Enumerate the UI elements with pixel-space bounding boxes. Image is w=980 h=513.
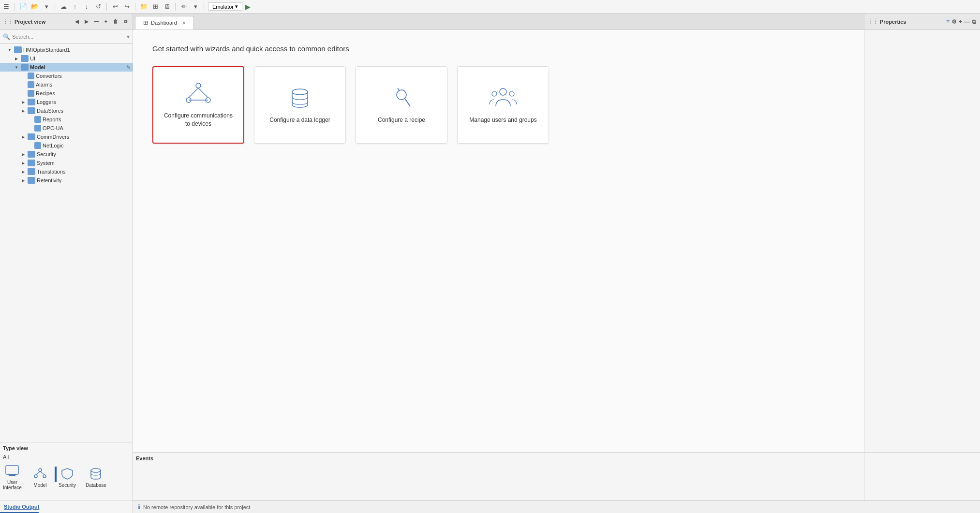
tree-item-opc-ua[interactable]: OPC-UA xyxy=(0,124,133,132)
card-configure-recipe[interactable]: Configure a recipe xyxy=(356,66,447,144)
tree-item-commdrivers[interactable]: CommDrivers xyxy=(0,132,133,141)
tree-arrow-recipes xyxy=(20,90,26,96)
project-tree: HMIOptixStandard1 UI Model ✎ Converters xyxy=(0,44,133,442)
edit-model-icon[interactable]: ✎ xyxy=(126,64,131,71)
refresh-icon[interactable]: ↺ xyxy=(94,2,103,11)
grid-icon[interactable]: ⊞ xyxy=(151,2,160,11)
project-view-title: Project view xyxy=(15,19,45,25)
panel-header-icons: ◀ ▶ — + 🗑 ⧉ xyxy=(73,17,130,26)
tree-label-alarms: Alarms xyxy=(36,82,52,88)
tree-item-ui[interactable]: UI xyxy=(0,54,133,63)
new-icon[interactable]: 📄 xyxy=(19,2,28,11)
tree-item-security[interactable]: Security xyxy=(0,150,133,159)
save-icon[interactable]: ▾ xyxy=(42,2,51,11)
collapse-icon[interactable]: — xyxy=(92,17,101,26)
tree-item-system[interactable]: System xyxy=(0,159,133,167)
nav-back-icon[interactable]: ◀ xyxy=(73,17,81,26)
type-icon-database[interactable]: Database xyxy=(86,467,106,488)
tree-item-model[interactable]: Model ✎ xyxy=(0,63,133,72)
info-icon: ℹ xyxy=(138,503,140,511)
folder-icon-ui xyxy=(21,55,29,62)
dashboard-title: Get started with wizards and quick acces… xyxy=(152,44,845,53)
search-filter-icon[interactable]: ▾ xyxy=(127,33,130,40)
upload-icon[interactable]: ↑ xyxy=(71,2,79,11)
folder-icon-commdrivers xyxy=(28,133,35,140)
folder-icon-datastores xyxy=(28,107,35,114)
tree-label-model: Model xyxy=(30,64,45,70)
tree-label-opc-ua: OPC-UA xyxy=(43,125,63,131)
model-icon-label: Model xyxy=(33,483,46,488)
tree-label-converters: Converters xyxy=(36,73,62,79)
svg-point-4 xyxy=(34,475,37,478)
sidebar: ⋮⋮ Project view ◀ ▶ — + 🗑 ⧉ 🔍 ▾ HMIOpt xyxy=(0,14,133,513)
folder-icon-model xyxy=(21,64,29,71)
tree-item-retentivity[interactable]: Retentivity xyxy=(0,176,133,185)
folder-icon-root xyxy=(14,46,22,53)
prop-add-icon[interactable]: + xyxy=(959,18,962,25)
cards-row: Configure communications to devices xyxy=(152,66,845,144)
project-panel-header: ⋮⋮ Project view ◀ ▶ — + 🗑 ⧉ xyxy=(0,14,133,30)
search-bar: 🔍 ▾ xyxy=(0,30,133,44)
svg-rect-2 xyxy=(8,474,16,475)
monitor-icon[interactable]: 🖥 xyxy=(163,2,171,11)
emulator-label: Emulator xyxy=(212,4,234,10)
tree-item-reports[interactable]: Reports xyxy=(0,115,133,124)
emulator-button[interactable]: Emulator ▾ xyxy=(208,2,242,11)
prop-gear-icon[interactable]: ⚙ xyxy=(951,18,957,25)
search-input[interactable] xyxy=(12,34,125,40)
prop-min-icon[interactable]: — xyxy=(964,18,970,25)
tree-arrow-datastores xyxy=(20,108,26,114)
tab-dashboard-icon: ⊞ xyxy=(143,19,148,26)
redo-icon[interactable]: ↪ xyxy=(122,2,131,11)
tree-item-loggers[interactable]: Loggers xyxy=(0,98,133,106)
play-button[interactable]: ▶ xyxy=(245,3,251,11)
undo-icon[interactable]: ↩ xyxy=(111,2,119,11)
tree-item-root[interactable]: HMIOptixStandard1 xyxy=(0,45,133,54)
menu-icon[interactable]: ☰ xyxy=(2,2,11,11)
studio-output-area: Studio Output xyxy=(0,500,133,513)
folder-icon-loggers xyxy=(28,99,35,105)
delete-icon[interactable]: 🗑 xyxy=(111,17,120,26)
search-icon: 🔍 xyxy=(3,33,10,40)
card-configure-comms[interactable]: Configure communications to devices xyxy=(152,66,244,144)
add-icon[interactable]: + xyxy=(102,17,110,26)
pencil-icon[interactable]: ✏ xyxy=(179,2,188,11)
tree-item-alarms[interactable]: Alarms xyxy=(0,80,133,89)
properties-panel-bottom xyxy=(864,453,980,500)
type-icon-user-interface[interactable]: UserInterface xyxy=(3,464,22,490)
draw-dropdown-icon[interactable]: ▾ xyxy=(191,2,200,11)
prop-detach-icon[interactable]: ⧉ xyxy=(972,18,976,25)
folder-icon-translations xyxy=(28,168,35,175)
type-icon-security-container: Security xyxy=(59,467,76,488)
card-manage-users[interactable]: Manage users and groups xyxy=(457,66,549,144)
svg-line-12 xyxy=(189,88,198,98)
doc-icon-alarms xyxy=(28,81,34,88)
tree-arrow-ui xyxy=(14,56,19,61)
tree-item-converters[interactable]: Converters xyxy=(0,72,133,80)
open-icon[interactable]: 📂 xyxy=(30,2,39,11)
tree-item-recipes[interactable]: Recipes xyxy=(0,89,133,98)
prop-list-icon[interactable]: ≡ xyxy=(946,18,950,25)
doc-icon-recipes xyxy=(28,90,34,97)
tree-label-retentivity: Retentivity xyxy=(37,177,61,183)
logger-card-icon xyxy=(285,86,314,110)
card-configure-logger[interactable]: Configure a data logger xyxy=(254,66,346,144)
studio-output-tab[interactable]: Studio Output xyxy=(0,500,133,513)
download-icon[interactable]: ↓ xyxy=(82,2,91,11)
dashboard-panel: Get started with wizards and quick acces… xyxy=(133,30,864,452)
type-view-icons: UserInterface Model xyxy=(3,464,130,490)
tree-item-netlogic[interactable]: NetLogic xyxy=(0,141,133,150)
cloud-icon[interactable]: ☁ xyxy=(59,2,68,11)
events-section: Events xyxy=(133,453,864,500)
folder-open-icon[interactable]: 📁 xyxy=(139,2,148,11)
detach-icon[interactable]: ⧉ xyxy=(121,17,130,26)
tab-close-icon[interactable]: ✕ xyxy=(182,20,186,26)
tab-bar-row: ⊞ Dashboard ✕ ⋮⋮ Properties ≡ ⚙ + — ⧉ xyxy=(133,14,980,30)
tree-arrow-loggers xyxy=(20,99,26,105)
tab-dashboard[interactable]: ⊞ Dashboard ✕ xyxy=(135,16,194,29)
tree-item-datastores[interactable]: DataStores xyxy=(0,106,133,115)
nav-forward-icon[interactable]: ▶ xyxy=(82,17,91,26)
type-icon-security[interactable]: Security xyxy=(59,467,76,488)
tree-item-translations[interactable]: Translations xyxy=(0,167,133,176)
type-icon-model[interactable]: Model xyxy=(31,467,49,488)
